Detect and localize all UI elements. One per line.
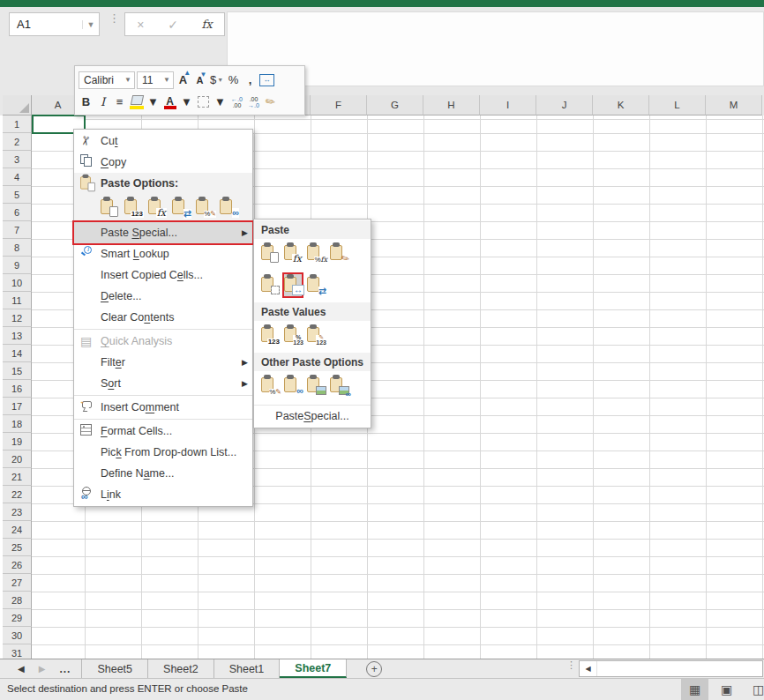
column-header-I[interactable]: I bbox=[480, 95, 536, 115]
row-header-4[interactable]: 4 bbox=[3, 168, 32, 186]
horizontal-scrollbar[interactable]: ◀ bbox=[579, 660, 763, 677]
menu-item-smart-lookup[interactable]: iSmart Lookup bbox=[74, 243, 252, 264]
fill-color-icon[interactable] bbox=[129, 93, 144, 111]
formatting-percent-icon[interactable]: %✎ bbox=[196, 197, 213, 216]
row-header-9[interactable]: 9 bbox=[3, 257, 32, 274]
row-header-20[interactable]: 20 bbox=[3, 451, 32, 468]
normal-view-button[interactable]: ▦ bbox=[681, 679, 708, 700]
values-number-icon[interactable]: %123 bbox=[284, 324, 302, 346]
row-header-7[interactable]: 7 bbox=[3, 221, 32, 239]
row-header-10[interactable]: 10 bbox=[3, 274, 32, 292]
menu-item-insert-comment[interactable]: ⁺Insert Comment bbox=[74, 397, 252, 418]
row-header-31[interactable]: 31 bbox=[3, 644, 32, 659]
menu-item-cut[interactable]: ✂Cut bbox=[74, 130, 252, 152]
page-layout-view-button[interactable]: ▣ bbox=[713, 679, 740, 700]
linked-picture-icon[interactable]: ∞ bbox=[330, 375, 348, 397]
menu-item-copy[interactable]: Copy bbox=[74, 152, 252, 173]
align-center-icon[interactable]: ≡ bbox=[112, 93, 127, 111]
comma-style-button[interactable]: , bbox=[243, 71, 258, 89]
row-header-13[interactable]: 13 bbox=[3, 327, 32, 345]
row-header-28[interactable]: 28 bbox=[3, 592, 32, 609]
insert-function-icon[interactable]: fx bbox=[202, 18, 213, 31]
menu-item-format-cells[interactable]: Format Cells... bbox=[74, 421, 252, 442]
row-header-15[interactable]: 15 bbox=[3, 362, 32, 380]
sheet-tab-sheet7[interactable]: Sheet7 bbox=[280, 659, 347, 678]
values-source-icon[interactable]: ✎123 bbox=[307, 324, 325, 346]
fill-color-dropdown-icon[interactable]: ▼ bbox=[146, 93, 161, 111]
new-sheet-button[interactable]: + bbox=[366, 659, 382, 678]
name-box-dropdown-icon[interactable]: ▼ bbox=[82, 20, 99, 29]
name-box[interactable]: A1 ▼ bbox=[9, 12, 100, 36]
column-header-F[interactable]: F bbox=[311, 95, 367, 115]
scrollbar-track[interactable] bbox=[597, 661, 762, 676]
keep-widths-icon[interactable]: ↔ bbox=[284, 274, 302, 296]
menu-item-paste-special[interactable]: Paste Special...▶ bbox=[74, 222, 252, 243]
row-header-3[interactable]: 3 bbox=[3, 151, 32, 168]
paste-blank-icon[interactable] bbox=[261, 242, 279, 264]
prev-sheet-icon[interactable]: ◀ bbox=[18, 664, 25, 674]
row-header-8[interactable]: 8 bbox=[3, 239, 32, 257]
font-name-dropdown-icon[interactable]: ▼ bbox=[124, 76, 134, 84]
row-header-1[interactable]: 1 bbox=[3, 115, 32, 133]
row-header-23[interactable]: 23 bbox=[3, 503, 32, 521]
merge-center-icon[interactable]: ↔ bbox=[259, 71, 274, 89]
next-sheet-icon[interactable]: ▶ bbox=[39, 664, 46, 674]
row-header-17[interactable]: 17 bbox=[3, 398, 32, 415]
font-color-icon[interactable]: A bbox=[162, 93, 177, 111]
formatting-percent-icon[interactable]: %✎ bbox=[261, 375, 279, 397]
picture-icon[interactable] bbox=[307, 375, 325, 397]
paste-link-icon[interactable]: ∞ bbox=[220, 197, 237, 216]
transpose-icon[interactable]: ⇄ bbox=[307, 274, 325, 296]
column-header-K[interactable]: K bbox=[593, 95, 649, 115]
row-header-5[interactable]: 5 bbox=[3, 186, 32, 204]
shrink-font-button[interactable]: A▼ bbox=[192, 71, 207, 89]
menu-item-clear-contents[interactable]: Clear Contents bbox=[74, 307, 252, 328]
no-borders-icon[interactable] bbox=[261, 274, 279, 296]
menu-item-sort[interactable]: Sort▶ bbox=[74, 373, 252, 394]
tab-overflow-button[interactable]: ... bbox=[59, 663, 74, 675]
menu-item-quick-analysis[interactable]: ▤Quick Analysis bbox=[74, 331, 252, 352]
column-header-G[interactable]: G bbox=[367, 95, 423, 115]
select-all-button[interactable] bbox=[3, 95, 32, 115]
submenu-item-paste-special-dialog[interactable]: Paste Special... bbox=[254, 405, 371, 427]
column-header-H[interactable]: H bbox=[423, 95, 480, 115]
formula-bar-handle[interactable]: ⋮ bbox=[109, 16, 120, 21]
column-header-M[interactable]: M bbox=[706, 95, 762, 115]
paste-blank-icon[interactable] bbox=[101, 197, 118, 216]
row-header-22[interactable]: 22 bbox=[3, 486, 32, 503]
row-header-24[interactable]: 24 bbox=[3, 521, 32, 539]
tabbar-splitter-handle[interactable]: ⋮ bbox=[566, 662, 576, 668]
row-header-30[interactable]: 30 bbox=[3, 627, 32, 644]
formulas-number-icon[interactable]: %fx bbox=[307, 242, 325, 264]
font-size-dropdown-icon[interactable]: ▼ bbox=[163, 76, 173, 84]
row-header-16[interactable]: 16 bbox=[3, 380, 32, 398]
italic-button[interactable]: I bbox=[95, 93, 110, 111]
row-header-19[interactable]: 19 bbox=[3, 433, 32, 451]
formula-bar-input[interactable] bbox=[227, 11, 764, 86]
values-123-icon[interactable]: 123 bbox=[261, 324, 279, 346]
paste-link-icon[interactable]: ∞ bbox=[284, 375, 302, 397]
row-header-2[interactable]: 2 bbox=[3, 133, 32, 151]
row-header-11[interactable]: 11 bbox=[3, 292, 32, 309]
sheet-tab-sheet1[interactable]: Sheet1 bbox=[214, 659, 281, 678]
menu-item-define-name[interactable]: Define Name... bbox=[74, 463, 252, 484]
page-break-preview-button[interactable]: ◫ bbox=[745, 679, 764, 700]
scroll-left-icon[interactable]: ◀ bbox=[580, 661, 597, 676]
keep-source-formatting-icon[interactable]: ✎ bbox=[330, 242, 348, 264]
transpose-icon[interactable]: ⇄ bbox=[172, 197, 190, 216]
menu-item-insert-copied-cells[interactable]: Insert Copied Cells... bbox=[74, 264, 252, 286]
font-size-combo[interactable]: 11 ▼ bbox=[137, 71, 174, 89]
percent-style-button[interactable]: % bbox=[226, 71, 241, 89]
formulas-fx-icon[interactable]: fx bbox=[284, 242, 302, 264]
borders-dropdown-icon[interactable]: ▼ bbox=[213, 93, 228, 111]
column-header-J[interactable]: J bbox=[536, 95, 593, 115]
menu-item-link[interactable]: ∞Link bbox=[74, 484, 252, 505]
enter-icon[interactable]: ✓ bbox=[168, 18, 178, 32]
decrease-decimal-icon[interactable]: ←.0.00 bbox=[229, 93, 244, 111]
bold-button[interactable]: B bbox=[79, 93, 94, 111]
sheet-tab-sheet2[interactable]: Sheet2 bbox=[148, 659, 214, 678]
row-header-26[interactable]: 26 bbox=[3, 556, 32, 574]
menu-item-delete[interactable]: Delete... bbox=[74, 286, 252, 307]
row-header-25[interactable]: 25 bbox=[3, 539, 32, 556]
font-color-dropdown-icon[interactable]: ▼ bbox=[179, 93, 194, 111]
